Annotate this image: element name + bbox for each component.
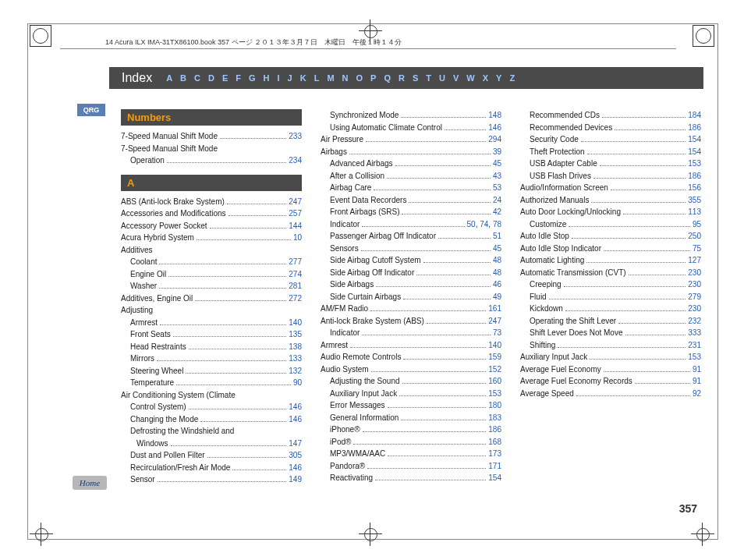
index-entry-page[interactable]: 50, 74, 78 [467,218,502,231]
index-entry[interactable]: Pandora®171 [321,460,501,473]
index-entry[interactable]: Shift Lever Does Not Move333 [520,327,701,339]
index-entry[interactable]: Acura Hybrid System10 [121,232,302,244]
index-entry[interactable]: Recommended Devices186 [520,122,701,134]
index-entry-page[interactable]: 161 [488,303,501,315]
index-entry-page[interactable]: 305 [289,449,302,462]
index-entry-page[interactable]: 154 [688,146,701,158]
index-entry-page[interactable]: 53 [493,182,501,194]
index-entry[interactable]: Kickdown230 [520,303,701,315]
index-entry-page[interactable]: 144 [289,220,302,232]
index-entry-page[interactable]: 154 [488,472,501,484]
index-entry-page[interactable]: 75 [693,243,701,255]
index-entry[interactable]: USB Flash Drives186 [520,170,701,183]
index-entry[interactable]: Recirculation/Fresh Air Mode146 [121,462,302,474]
index-entry[interactable]: Theft Protection154 [520,146,701,158]
index-entry[interactable]: Side Curtain Airbags49 [321,291,501,303]
index-entry[interactable]: Average Fuel Economy91 [520,363,701,376]
index-letter-link[interactable]: Z [509,73,515,83]
index-entry-page[interactable]: 133 [289,353,302,365]
index-letter-link[interactable]: Q [384,73,391,83]
index-entry-page[interactable]: 127 [688,254,701,267]
index-entry[interactable]: Washer281 [121,280,302,292]
index-entry-page[interactable]: 10 [293,232,302,244]
index-entry[interactable]: Automatic Transmission (CVT)230 [520,267,701,279]
index-entry-page[interactable]: 232 [688,315,701,328]
index-entry[interactable]: Accessory Power Socket144 [121,220,302,232]
qrg-badge[interactable]: QRG [77,104,105,116]
index-letter-link[interactable]: U [439,73,445,83]
index-entry[interactable]: Using Automatic Climate Control146 [321,122,501,134]
index-entry-page[interactable]: 355 [688,194,701,207]
index-entry[interactable]: Air Pressure294 [321,133,501,146]
index-entry-page[interactable]: 279 [688,291,701,303]
index-entry-page[interactable]: 48 [493,254,501,267]
index-letter-link[interactable]: P [370,73,376,83]
index-entry[interactable]: Average Fuel Economy Records91 [520,375,701,388]
index-entry[interactable]: Auto Idle Stop Indicator75 [520,243,701,255]
index-entry[interactable]: Customize95 [520,218,701,231]
index-entry[interactable]: Steering Wheel132 [121,365,302,377]
index-entry-page[interactable]: 173 [488,448,501,460]
index-entry[interactable]: Advanced Airbags45 [321,158,501,170]
index-entry-page[interactable]: 149 [289,473,302,486]
index-entry[interactable]: USB Adapter Cable153 [520,158,701,170]
index-entry[interactable]: Auto Idle Stop250 [520,230,701,243]
index-entry-page[interactable]: 138 [289,341,302,353]
index-entry[interactable]: 7-Speed Manual Shift Mode233 [121,130,302,143]
index-entry-page[interactable]: 159 [488,351,501,363]
index-entry[interactable]: Operation234 [121,154,302,167]
index-entry[interactable]: Audio Remote Controls159 [321,351,501,363]
index-entry[interactable]: Head Restraints138 [121,341,302,353]
index-entry[interactable]: Front Airbags (SRS)42 [321,206,501,218]
index-entry-page[interactable]: 51 [493,230,501,243]
index-entry[interactable]: Auxiliary Input Jack153 [520,351,701,363]
index-entry-page[interactable]: 154 [688,133,701,146]
index-entry-page[interactable]: 230 [688,278,701,291]
index-entry-page[interactable]: 183 [488,412,501,424]
index-entry[interactable]: Airbag Care53 [321,182,501,194]
index-entry[interactable]: Armrest140 [121,317,302,329]
index-entry[interactable]: Security Code154 [520,133,701,146]
index-entry[interactable]: Mirrors133 [121,353,302,365]
index-entry-page[interactable]: 180 [488,399,501,412]
index-letter-link[interactable]: O [356,73,363,83]
index-entry[interactable]: Sensor149 [121,473,302,486]
index-entry[interactable]: Side Airbag Cutoff System48 [321,254,501,267]
index-letter-link[interactable]: S [413,73,418,83]
index-entry-page[interactable]: 113 [688,206,701,218]
index-entry-page[interactable]: 43 [493,170,501,183]
index-entry-page[interactable]: 45 [493,243,501,255]
index-letter-link[interactable]: W [466,73,474,83]
index-entry-page[interactable]: 146 [289,401,302,413]
index-entry[interactable]: Operating the Shift Lever232 [520,315,701,328]
index-entry-page[interactable]: 153 [488,388,501,400]
index-entry[interactable]: Audio/Information Screen156 [520,182,701,194]
index-entry[interactable]: Armrest140 [321,339,501,352]
index-entry-page[interactable]: 333 [688,327,701,339]
index-entry-page[interactable]: 171 [488,460,501,473]
index-entry[interactable]: Audio System152 [321,363,501,376]
index-entry[interactable]: Reactivating154 [321,472,501,484]
index-entry-page[interactable]: 160 [488,375,501,388]
index-entry-page[interactable]: 184 [688,109,701,122]
index-entry-page[interactable]: 24 [493,194,501,207]
index-entry-page[interactable]: 186 [688,122,701,134]
index-entry-page[interactable]: 91 [693,363,701,376]
index-entry-page[interactable]: 281 [289,280,302,292]
index-entry-page[interactable]: 135 [289,328,302,341]
index-entry[interactable]: Average Speed92 [520,388,701,400]
index-entry[interactable]: Indicator73 [321,327,501,339]
index-entry-page[interactable]: 45 [493,158,501,170]
index-entry-page[interactable]: 90 [293,377,302,389]
index-entry[interactable]: iPod®168 [321,436,501,448]
index-entry-page[interactable]: 247 [289,196,302,208]
index-entry-page[interactable]: 91 [693,375,701,388]
index-letter-link[interactable]: A [166,73,172,83]
index-entry[interactable]: iPhone®186 [321,424,501,436]
index-entry[interactable]: Auxiliary Input Jack153 [321,388,501,400]
index-entry[interactable]: Creeping230 [520,278,701,291]
index-letter-link[interactable]: F [236,73,241,83]
index-entry[interactable]: Authorized Manuals355 [520,194,701,207]
index-entry-page[interactable]: 146 [289,413,302,426]
index-entry-page[interactable]: 272 [289,292,302,305]
